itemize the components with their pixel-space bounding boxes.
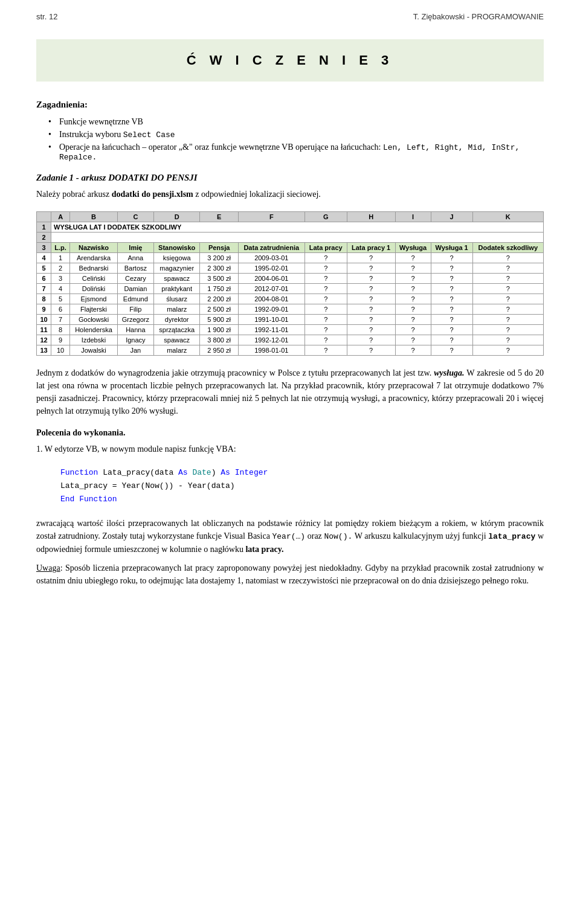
table-row: 10 7 Gocłowski Grzegorz dyrektor 5 900 z… — [37, 315, 544, 325]
table-row: 6 3 Celiński Cezary spawacz 3 500 zł 200… — [37, 274, 544, 284]
zadanie1-title: Zadanie 1 - arkusz DODATKI DO PENSJI — [36, 173, 544, 183]
list-item: Funkcje wewnętrzne VB — [48, 117, 544, 127]
table-row: 2 — [37, 233, 544, 243]
col-header-row: A B C D E F G H I J K — [37, 212, 544, 222]
table-row: 11 8 Holenderska Hanna sprzątaczka 1 900… — [37, 325, 544, 335]
code-line1: Function Lata_pracy(data As Date) As Int… — [60, 466, 544, 480]
table-row: 1 WYSŁUGA LAT I DODATEK SZKODLIWY — [37, 222, 544, 233]
intro-text: Jednym z dodatków do wynagrodzenia jakie… — [36, 367, 544, 417]
page-number: str. 12 — [36, 12, 57, 21]
polecenia-title: Polecenia do wykonania. — [36, 428, 544, 438]
table-row: 13 10 Jowalski Jan malarz 2 950 zł 1998-… — [37, 345, 544, 356]
code-line3: End Function — [60, 493, 544, 506]
table-row: 5 2 Bednarski Bartosz magazynier 2 300 z… — [37, 263, 544, 274]
zadanie1-desc: Należy pobrać arkusz dodatki do pensji.x… — [36, 188, 544, 201]
uwaga-text: Uwaga: Sposób liczenia przepracowanych l… — [36, 562, 544, 587]
polecenia-item1: 1. W edytorze VB, w nowym module napisz … — [36, 443, 544, 455]
spreadsheet-table: A B C D E F G H I J K 1 WYSŁUGA LAT I DO… — [36, 211, 544, 356]
spreadsheet-wrapper: A B C D E F G H I J K 1 WYSŁUGA LAT I DO… — [36, 211, 544, 356]
list-item: Operacje na łańcuchach – operator „&" or… — [48, 143, 544, 162]
list-item: Instrukcja wyboru Select Case — [48, 130, 544, 140]
table-row: 7 4 Doliński Damian praktykant 1 750 zł … — [37, 284, 544, 294]
zagadnienia-list: Funkcje wewnętrzne VB Instrukcja wyboru … — [48, 117, 544, 162]
book-title: T. Ziębakowski - PROGRAMOWANIE — [413, 12, 544, 21]
table-row: 9 6 Flajterski Filip malarz 2 500 zł 199… — [37, 304, 544, 315]
after-code-text: zwracającą wartość ilości przepracowanyc… — [36, 517, 544, 556]
table-row: 4 1 Arendarska Anna księgowa 3 200 zł 20… — [37, 253, 544, 263]
item1-prefix: 1. W edytorze VB, w nowym module napisz … — [36, 443, 544, 455]
table-row: 8 5 Ejsmond Edmund ślusarz 2 200 zł 2004… — [37, 294, 544, 304]
page-header: str. 12 T. Ziębakowski - PROGRAMOWANIE — [36, 12, 544, 21]
chapter-title: Ć W I C Z E N I E 3 — [36, 39, 544, 82]
page: str. 12 T. Ziębakowski - PROGRAMOWANIE Ć… — [0, 0, 580, 924]
table-header-row: 3 L.p. Nazwisko Imię Stanowisko Pensja D… — [37, 243, 544, 253]
table-row: 12 9 Izdebski Ignacy spawacz 3 800 zł 19… — [37, 335, 544, 345]
code-line2: Lata_pracy = Year(Now()) - Year(data) — [60, 480, 544, 493]
zagadnienia-title: Zagadnienia: — [36, 100, 544, 110]
code-block: Function Lata_pracy(data As Date) As Int… — [60, 466, 544, 506]
